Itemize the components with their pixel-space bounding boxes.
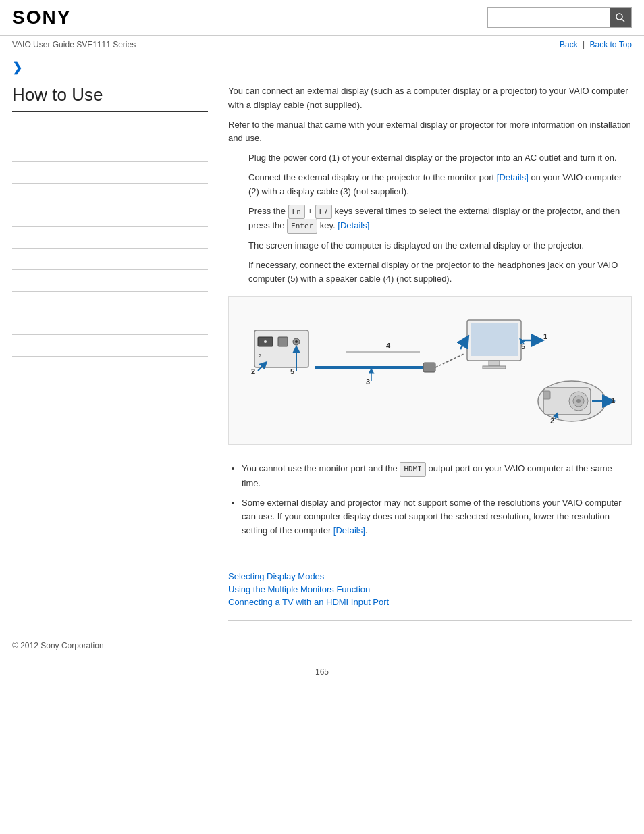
sidebar-item-5[interactable] <box>12 205 208 227</box>
related-link-connecting-tv[interactable]: Connecting a TV with an HDMI Input Port <box>228 597 632 607</box>
sidebar-item-4[interactable] <box>12 184 208 205</box>
search-input[interactable] <box>488 8 610 27</box>
step2: Connect the external display or the proj… <box>248 171 632 199</box>
enter-key: Enter <box>287 219 317 234</box>
sidebar-item-8[interactable] <box>12 270 208 292</box>
svg-rect-5 <box>278 337 288 346</box>
sidebar-item-2[interactable] <box>12 140 208 162</box>
sony-logo: SONY <box>12 7 71 28</box>
svg-rect-34 <box>543 391 550 399</box>
guide-title: VAIO User Guide SVE1111 Series <box>12 40 136 49</box>
search-icon <box>615 12 626 23</box>
sidebar: How to Use <box>12 78 221 631</box>
svg-point-4 <box>264 340 267 343</box>
svg-text:2: 2 <box>550 417 554 425</box>
sidebar-item-7[interactable] <box>12 249 208 270</box>
step2-prefix: Connect the external display or the proj… <box>248 172 497 182</box>
related-link-multiple-monitors[interactable]: Using the Multiple Monitors Function <box>228 584 632 594</box>
svg-point-33 <box>576 399 581 403</box>
sidebar-item-9[interactable] <box>12 292 208 313</box>
related-link-selecting-display[interactable]: Selecting Display Modes <box>228 571 632 581</box>
svg-text:2: 2 <box>259 353 262 359</box>
step3-screen: The screen image of the computer is disp… <box>248 239 632 253</box>
sidebar-item-6[interactable] <box>12 227 208 249</box>
svg-text:2: 2 <box>251 367 255 375</box>
nav-separator: | <box>583 40 585 49</box>
svg-rect-22 <box>489 361 500 366</box>
note2-details-link[interactable]: [Details] <box>333 525 365 536</box>
notes-list: You cannot use the monitor port and the … <box>242 462 632 538</box>
svg-text:3: 3 <box>366 377 370 386</box>
back-link[interactable]: Back <box>560 40 578 49</box>
breadcrumb-arrow-icon[interactable]: ❯ <box>12 61 22 74</box>
hdmi-label: HDMI <box>400 462 426 477</box>
step4: If necessary, connect the external displ… <box>248 259 632 287</box>
notes-section: You cannot use the monitor port and the … <box>228 455 632 550</box>
diagram-svg: 2 2 5 3 4 <box>241 303 619 438</box>
svg-line-1 <box>622 19 624 22</box>
svg-point-0 <box>616 14 622 20</box>
content-para1: You can connect an external display (suc… <box>228 84 632 113</box>
back-to-top-link[interactable]: Back to Top <box>590 40 632 49</box>
svg-rect-23 <box>483 366 506 369</box>
svg-line-15 <box>435 354 464 367</box>
page-footer: © 2012 Sony Corporation <box>0 631 644 660</box>
svg-text:1: 1 <box>543 332 547 340</box>
svg-rect-21 <box>471 323 518 356</box>
connection-diagram: 2 2 5 3 4 <box>228 296 632 445</box>
note-item-2: Some external display and projector may … <box>242 496 632 538</box>
page-header: SONY <box>0 0 644 36</box>
svg-line-24 <box>460 340 466 349</box>
sidebar-item-1[interactable] <box>12 119 208 140</box>
main-layout: How to Use You can connect an external d… <box>0 78 644 631</box>
sidebar-item-3[interactable] <box>12 162 208 184</box>
page-number: 165 <box>0 660 644 683</box>
svg-rect-2 <box>254 330 308 367</box>
nav-bar: VAIO User Guide SVE1111 Series Back | Ba… <box>0 36 644 53</box>
content-para2: Refer to the manual that came with your … <box>228 118 632 147</box>
search-button[interactable] <box>610 8 631 27</box>
note1-text: You cannot use the monitor port and the … <box>242 463 612 488</box>
sidebar-title: How to Use <box>12 84 208 112</box>
svg-text:5: 5 <box>290 367 294 375</box>
note2-suffix: . <box>365 525 368 536</box>
nav-links: Back | Back to Top <box>560 40 632 49</box>
step1: Plug the power cord (1) of your external… <box>248 151 632 165</box>
breadcrumb-section: ❯ <box>0 53 644 78</box>
content-area: You can connect an external display (suc… <box>221 78 632 631</box>
search-box <box>487 7 632 28</box>
svg-rect-14 <box>423 363 435 372</box>
sidebar-item-11[interactable] <box>12 335 208 357</box>
svg-text:1: 1 <box>611 396 615 405</box>
sidebar-item-10[interactable] <box>12 313 208 335</box>
svg-point-7 <box>295 340 298 343</box>
note2-text: Some external display and projector may … <box>242 498 622 536</box>
step3-details-link[interactable]: [Details] <box>338 220 369 230</box>
fn-key: Fn <box>288 205 305 219</box>
step3: Press the Fn + F7 keys several times to … <box>248 205 632 234</box>
copyright-text: © 2012 Sony Corporation <box>12 641 104 650</box>
step2-details-link[interactable]: [Details] <box>497 172 529 182</box>
svg-text:4: 4 <box>386 342 391 350</box>
note-item-1: You cannot use the monitor port and the … <box>242 462 632 490</box>
related-links-section: Selecting Display Modes Using the Multip… <box>228 561 632 621</box>
f7-key: F7 <box>315 205 332 219</box>
